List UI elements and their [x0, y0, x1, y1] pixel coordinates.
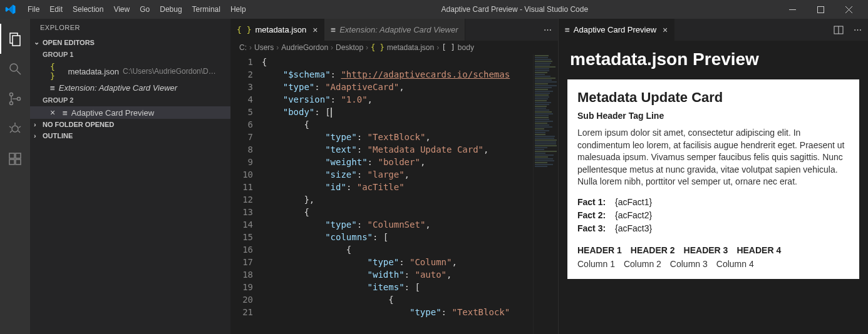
svg-rect-1	[818, 6, 824, 13]
tab-extension-viewer[interactable]: ≡ Extension: Adaptive Card Viewer	[324, 19, 465, 41]
breadcrumb-seg[interactable]: Users	[254, 43, 274, 52]
column-header: HEADER 1	[577, 245, 622, 255]
column-cell: Column 3	[670, 259, 708, 269]
no-folder-label: NO FOLDER OPENED	[43, 121, 114, 128]
svg-rect-16	[16, 153, 21, 158]
tab-label: Extension: Adaptive Card Viewer	[339, 25, 458, 34]
preview-header: metadata.json Preview	[559, 41, 868, 76]
open-editor-metadata-json[interactable]: { } metadata.json C:\Users\AudrieGordon\…	[30, 61, 230, 82]
adaptive-card: Metadata Update Card Sub Header Tag Line…	[567, 79, 859, 279]
menu-selection[interactable]: Selection	[68, 0, 108, 19]
svg-line-5	[17, 71, 21, 74]
column-cell: Column 1	[577, 259, 615, 269]
split-editor-button[interactable]	[830, 19, 847, 41]
open-editors-header[interactable]: ⌄OPEN EDITORS	[30, 36, 230, 48]
menu-terminal[interactable]: Terminal	[187, 0, 225, 19]
fact-set: Fact 1:{acFact1}Fact 2:{acFact2}Fact 3:{…	[577, 196, 849, 235]
file-name: metadata.json	[68, 67, 119, 76]
sidebar-title: EXPLORER	[30, 19, 230, 36]
activity-search[interactable]	[0, 54, 30, 84]
svg-point-9	[12, 126, 18, 132]
svg-point-6	[10, 93, 13, 96]
code-content[interactable]: { "$schema": "http://adaptivecards.io/sc…	[262, 54, 533, 334]
svg-line-13	[10, 131, 12, 133]
outline-header[interactable]: ›OUTLINE	[30, 130, 230, 141]
menu-view[interactable]: View	[108, 0, 135, 19]
editor-more-actions[interactable]: ⋯	[537, 19, 558, 41]
breadcrumb-file[interactable]: metadata.json	[387, 43, 434, 52]
preview-icon: ≡	[565, 25, 570, 34]
svg-point-7	[10, 102, 13, 105]
svg-line-14	[18, 131, 20, 133]
svg-rect-3	[13, 36, 20, 46]
close-icon[interactable]: ×	[663, 25, 668, 35]
title-bar: File Edit Selection View Go Debug Termin…	[0, 0, 868, 19]
outline-label: OUTLINE	[43, 132, 73, 139]
no-folder-header[interactable]: ›NO FOLDER OPENED	[30, 119, 230, 130]
activity-source-control[interactable]	[0, 84, 30, 114]
editor-tabs-right: ≡ Adaptive Card Preview × ⋯	[559, 19, 868, 41]
file-name: Adaptive Card Preview	[71, 108, 154, 118]
svg-rect-0	[789, 9, 796, 10]
menu-edit[interactable]: Edit	[44, 0, 68, 19]
editor-tabs-left: { } metadata.json × ≡ Extension: Adaptiv…	[230, 19, 558, 41]
fact-value: {acFact3}	[615, 222, 652, 235]
tab-adaptive-preview[interactable]: ≡ Adaptive Card Preview ×	[559, 19, 674, 41]
preview-icon: ≡	[331, 25, 336, 34]
open-editor-extension-viewer[interactable]: ≡ Extension: Adaptive Card Viewer	[30, 82, 230, 94]
open-editors-label: OPEN EDITORS	[43, 39, 95, 46]
fact-value: {acFact2}	[615, 209, 652, 222]
line-gutter: 123456789101112131415161718192021	[230, 54, 262, 334]
column-header: HEADER 4	[736, 245, 781, 255]
card-title: Metadata Update Card	[577, 89, 849, 106]
json-file-icon: { }	[237, 25, 251, 34]
group-1-label: GROUP 1	[30, 48, 230, 61]
open-editor-adaptive-preview[interactable]: × ≡ Adaptive Card Preview	[30, 106, 230, 119]
breadcrumb-seg[interactable]: AudrieGordon	[281, 43, 328, 52]
tab-label: metadata.json	[255, 25, 306, 34]
svg-rect-17	[9, 159, 14, 164]
editor-group-1: { } metadata.json × ≡ Extension: Adaptiv…	[230, 19, 558, 334]
column-header: HEADER 3	[684, 245, 728, 255]
svg-line-12	[19, 126, 21, 128]
window-maximize-button[interactable]	[807, 0, 835, 19]
menu-help[interactable]: Help	[225, 0, 251, 19]
window-title: Adaptive Card Preview - Visual Studio Co…	[251, 5, 778, 14]
column-header: HEADER 2	[631, 245, 675, 255]
menu-file[interactable]: File	[23, 0, 44, 19]
tab-metadata-json[interactable]: { } metadata.json ×	[230, 19, 324, 41]
fact-key: Fact 2:	[577, 209, 609, 222]
activity-debug[interactable]	[0, 114, 30, 144]
json-file-icon: { }	[50, 62, 64, 81]
card-subheader: Sub Header Tag Line	[577, 111, 849, 121]
breadcrumb-seg[interactable]: C:	[239, 43, 247, 52]
svg-line-11	[9, 126, 11, 128]
code-editor[interactable]: 123456789101112131415161718192021 { "$sc…	[230, 54, 558, 334]
column-cell: Column 2	[624, 259, 661, 269]
close-icon[interactable]: ×	[313, 25, 318, 35]
breadcrumb-symbol[interactable]: body	[458, 43, 474, 52]
breadcrumb[interactable]: C:› Users› AudrieGordon› Desktop› { } me…	[230, 41, 558, 54]
fact-row: Fact 1:{acFact1}	[577, 196, 849, 209]
column-cell: Column 4	[716, 259, 754, 269]
minimap[interactable]	[533, 54, 558, 334]
activity-bar	[0, 19, 30, 334]
activity-explorer[interactable]	[0, 24, 30, 54]
menu-go[interactable]: Go	[135, 0, 155, 19]
chevron-right-icon: ›	[34, 132, 40, 139]
column-headers: HEADER 1HEADER 2HEADER 3HEADER 4	[577, 245, 849, 255]
window-minimize-button[interactable]	[778, 0, 807, 19]
sidebar-explorer: EXPLORER ⌄OPEN EDITORS GROUP 1 { } metad…	[30, 19, 230, 334]
vscode-logo-icon	[5, 4, 16, 15]
editor-more-actions[interactable]: ⋯	[847, 19, 868, 41]
json-file-icon: { }	[371, 43, 385, 52]
activity-extensions[interactable]	[0, 144, 30, 174]
svg-point-8	[18, 98, 21, 101]
fact-row: Fact 3:{acFact3}	[577, 222, 849, 235]
breadcrumb-seg[interactable]: Desktop	[336, 43, 363, 52]
svg-rect-18	[16, 159, 21, 164]
fact-key: Fact 1:	[577, 196, 609, 209]
window-close-button[interactable]	[835, 0, 863, 19]
menu-debug[interactable]: Debug	[155, 0, 187, 19]
close-icon[interactable]: ×	[50, 108, 59, 118]
